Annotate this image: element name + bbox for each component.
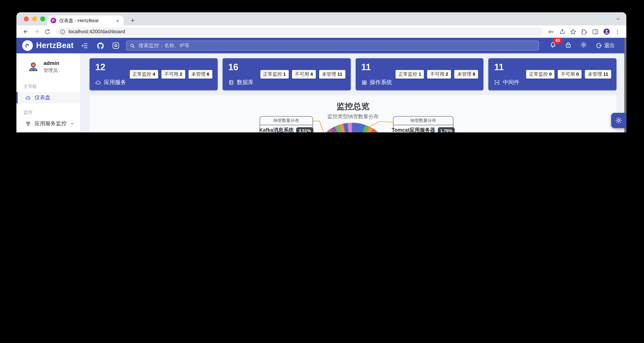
brand-title[interactable]: HertzBeat (36, 41, 74, 50)
gear-icon (615, 117, 622, 124)
sidebar: admin 管理员 主导航 仪表盘 监控 应用服务监控 数据库监 (16, 53, 80, 132)
sidebar-item-dashboard[interactable]: 仪表盘 (16, 92, 80, 104)
database-icon (228, 80, 234, 85)
notification-bell-icon[interactable]: 43 (550, 41, 556, 50)
cloud-icon (95, 80, 101, 85)
status-badge: 正常监控0 (526, 70, 555, 78)
macos-desktop: 仪表盘 - HertzBeat × + localhost:4200/dashb… (0, 0, 644, 132)
settings-gear-icon[interactable] (580, 41, 588, 50)
tab-close-icon[interactable]: × (115, 17, 120, 23)
callout-tomcat: 纳管数量分布 Tomcat应用服务器1.76% (393, 116, 453, 132)
user-role: 管理员 (44, 67, 59, 73)
middleware-icon (494, 80, 500, 85)
gitee-icon[interactable] (110, 40, 121, 51)
github-icon[interactable] (95, 40, 106, 51)
tab-search-chevron-icon[interactable] (616, 16, 620, 21)
sidebar-collapse-icon[interactable] (80, 40, 90, 51)
browser-tab[interactable]: 仪表盘 - HertzBeat × (47, 15, 124, 25)
hertzbeat-navbar: HertzBeat 43 退出 (16, 38, 626, 53)
chevron-down-icon (70, 132, 74, 132)
chevron-down-icon (70, 120, 74, 127)
search-icon (130, 43, 135, 48)
side-panel-icon[interactable] (592, 28, 599, 35)
navbar-actions: 43 退出 (550, 41, 615, 50)
status-badge: 正常监控1 (260, 70, 289, 78)
status-badge: 正常监控1 (396, 70, 424, 78)
traffic-lights[interactable] (24, 16, 45, 21)
user-name: admin (44, 60, 59, 66)
logout-button[interactable]: 退出 (596, 42, 615, 49)
overview-title: 监控总览 (90, 101, 616, 112)
browser-toolbar: localhost:4200/dashboard (16, 25, 626, 38)
os-icon (361, 80, 367, 85)
new-tab-button[interactable]: + (128, 16, 137, 25)
back-button[interactable] (22, 27, 30, 36)
forward-button[interactable] (32, 27, 41, 36)
toolbar-icons (547, 28, 621, 35)
monitor-search-box[interactable] (126, 41, 539, 50)
address-bar[interactable]: localhost:4200/dashboard (56, 27, 543, 36)
sidebar-item-database-monitor[interactable]: 数据库监控 (16, 129, 80, 132)
stat-card-app-service[interactable]: 12 应用服务 正常监控4 不可用2 未管理6 (90, 58, 218, 90)
close-window-button[interactable] (24, 16, 29, 21)
bookmark-star-icon[interactable] (569, 28, 577, 35)
status-badge: 不可用2 (428, 70, 451, 78)
monitor-overview-panel: 监控总览 监控类型纳管数量分布 (90, 95, 616, 132)
stat-card-os[interactable]: 11 操作系统 正常监控1 不可用2 未管理8 (356, 58, 484, 90)
theme-settings-fab[interactable] (611, 113, 626, 128)
url-text: localhost:4200/dashboard (68, 29, 125, 34)
tab-title: 仪表盘 - HertzBeat (59, 17, 115, 23)
stat-card-middleware[interactable]: 11 中间件 正常监控0 不可用0 未管理11 (488, 58, 616, 90)
minimize-window-button[interactable] (32, 16, 37, 21)
status-badge: 未管理11 (319, 70, 345, 78)
extensions-puzzle-icon[interactable] (580, 28, 588, 35)
notification-count-badge[interactable]: 43 (553, 37, 562, 43)
share-icon[interactable] (558, 28, 566, 35)
zoom-window-button[interactable] (40, 16, 45, 21)
sidebar-item-app-service-monitor[interactable]: 应用服务监控 (16, 118, 80, 129)
main-content: 12 应用服务 正常监控4 不可用2 未管理6 16 数据库 正常监控1 (80, 53, 626, 132)
status-badge: 未管理8 (454, 70, 478, 78)
password-key-icon[interactable] (547, 28, 555, 35)
browser-window: 仪表盘 - HertzBeat × + localhost:4200/dashb… (16, 12, 626, 132)
lock-icon[interactable] (565, 41, 572, 50)
stat-card-database[interactable]: 16 数据库 正常监控1 不可用4 未管理11 (222, 58, 350, 90)
app-body: admin 管理员 主导航 仪表盘 监控 应用服务监控 数据库监 (16, 53, 626, 132)
avatar (27, 60, 40, 73)
nav-group-label: 监控 (16, 103, 80, 118)
app-service-icon (25, 121, 31, 126)
logout-icon (596, 42, 602, 49)
status-badge: 未管理11 (585, 70, 611, 78)
status-badge: 不可用4 (292, 70, 316, 78)
user-block[interactable]: admin 管理员 (16, 53, 80, 78)
nav-group-label: 主导航 (16, 78, 80, 92)
database-icon (25, 132, 31, 132)
status-badge: 不可用2 (161, 70, 185, 78)
hertzbeat-logo[interactable] (22, 40, 33, 51)
status-badge: 未管理6 (188, 70, 212, 78)
status-badge: 正常监控4 (130, 70, 158, 78)
browser-menu-kebab-icon[interactable] (614, 28, 621, 35)
stat-cards-row: 12 应用服务 正常监控4 不可用2 未管理6 16 数据库 正常监控1 (90, 58, 616, 90)
reload-button[interactable] (43, 27, 52, 36)
dashboard-gauge-icon (25, 95, 31, 101)
overview-subtitle: 监控类型纳管数量分布 (90, 113, 616, 120)
status-badge: 不可用0 (558, 70, 582, 78)
search-input[interactable] (138, 42, 535, 49)
browser-tab-strip: 仪表盘 - HertzBeat × + (16, 12, 626, 25)
callout-kafka: 纳管数量分布 Kafka消息系统3.51% (260, 116, 313, 132)
monitor-type-donut-chart: 57 (311, 123, 393, 132)
site-info-icon[interactable] (60, 29, 65, 34)
profile-avatar[interactable] (602, 28, 610, 35)
hertzbeat-favicon (50, 17, 56, 23)
